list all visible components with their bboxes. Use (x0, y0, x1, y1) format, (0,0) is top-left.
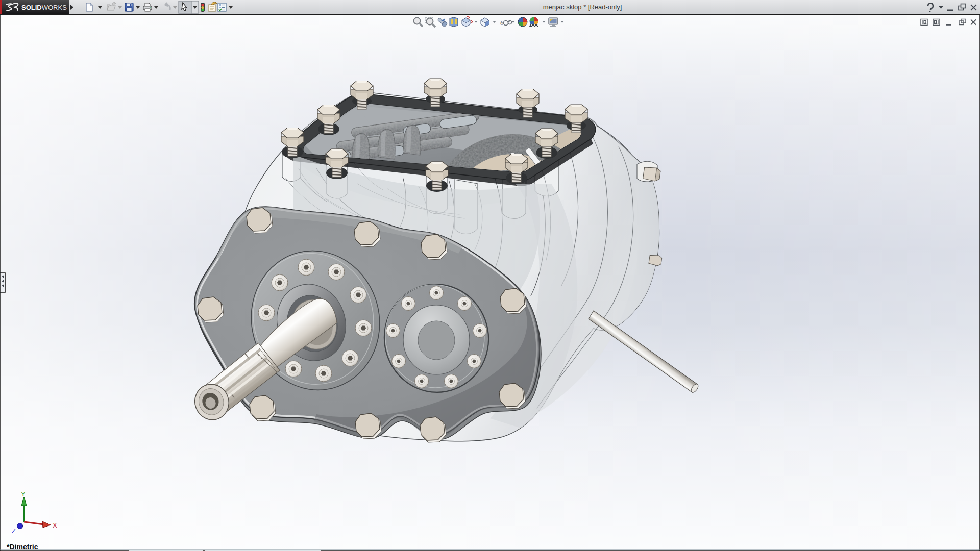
svg-text:SOLIDWORKS: SOLIDWORKS (21, 4, 67, 11)
svg-text:Y: Y (21, 490, 26, 498)
svg-text:X: X (53, 521, 57, 529)
svg-text:Z: Z (12, 527, 16, 535)
